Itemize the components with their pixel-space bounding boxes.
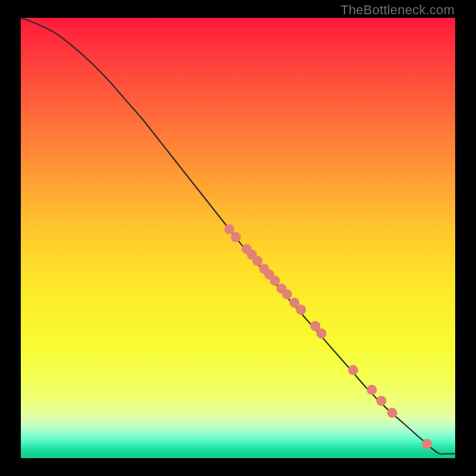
data-marker [282,289,292,299]
data-marker [296,305,306,315]
data-marker [422,439,432,449]
data-marker [317,328,327,339]
data-marker [252,256,262,266]
data-marker [224,224,234,234]
data-marker [376,396,386,406]
data-marker [270,275,280,286]
watermark-text: TheBottleneck.com [340,2,455,18]
chart-stage: TheBottleneck.com [0,0,476,476]
data-marker [231,232,241,242]
chart-svg-overlay [0,0,476,476]
data-marker [387,408,397,418]
chart-markers [224,224,432,449]
data-marker [348,365,358,375]
data-marker [367,385,377,395]
